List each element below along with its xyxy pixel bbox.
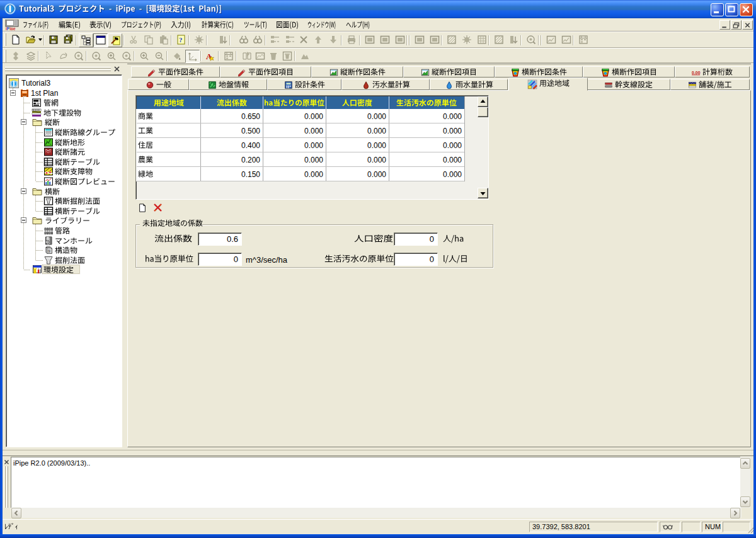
svg-text:0.00: 0.00 <box>692 71 701 75</box>
svg-text:iPipe: iPipe <box>6 26 16 31</box>
svg-text:?: ? <box>179 36 183 43</box>
